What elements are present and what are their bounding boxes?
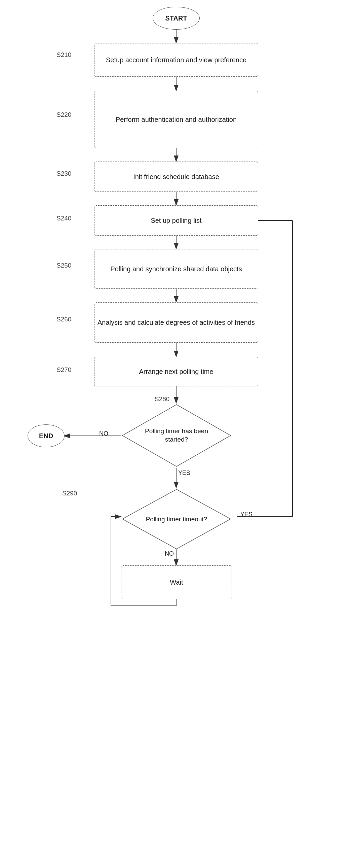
process-s260: Analysis and calculate degrees of activi… bbox=[94, 302, 258, 343]
diagram-container: START S210 Setup account information and… bbox=[0, 0, 352, 868]
end-label: END bbox=[39, 432, 53, 440]
no-label-s290: NO bbox=[165, 550, 174, 557]
step-label-s220: S220 bbox=[57, 111, 71, 119]
step-label-s260: S260 bbox=[57, 316, 71, 323]
step-label-s240: S240 bbox=[57, 215, 71, 222]
step-label-s280: S280 bbox=[155, 396, 170, 403]
yes-label-s280: YES bbox=[178, 469, 190, 476]
diamond-s280: Polling timer has been started? bbox=[121, 403, 232, 468]
process-s240: Set up polling list bbox=[94, 205, 258, 236]
step-label-s270: S270 bbox=[57, 366, 71, 374]
step-label-s290: S290 bbox=[62, 490, 77, 497]
step-label-s210: S210 bbox=[57, 51, 71, 59]
start-label: START bbox=[165, 14, 187, 22]
diamond-s290: Polling timer timeout? bbox=[121, 488, 232, 550]
s280-question: Polling timer has been started? bbox=[145, 428, 208, 443]
start-oval: START bbox=[153, 7, 200, 30]
process-s220: Perform authentication and authorization bbox=[94, 91, 258, 148]
s290-question: Polling timer timeout? bbox=[146, 515, 207, 522]
step-label-s250: S250 bbox=[57, 262, 71, 269]
process-s210: Setup account information and view prefe… bbox=[94, 43, 258, 77]
process-wait: Wait bbox=[121, 565, 232, 599]
process-s230: Init friend schedule database bbox=[94, 161, 258, 192]
yes-label-s290: YES bbox=[240, 511, 252, 518]
no-label-s280: NO bbox=[99, 430, 108, 437]
process-s250: Polling and synchronize shared data obje… bbox=[94, 249, 258, 289]
step-label-s230: S230 bbox=[57, 170, 71, 177]
end-oval: END bbox=[28, 425, 65, 447]
process-s270: Arrange next polling time bbox=[94, 357, 258, 386]
